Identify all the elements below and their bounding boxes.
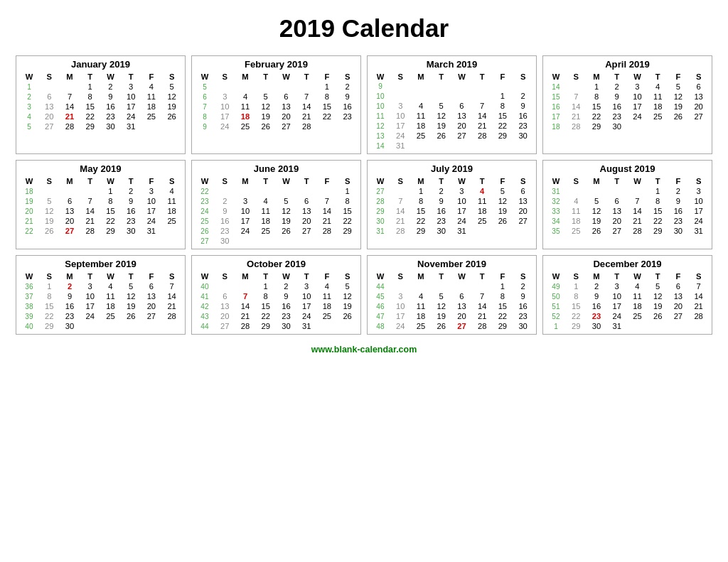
day-header: S <box>215 72 235 82</box>
day-cell: 18 <box>566 216 587 226</box>
week-number: 15 <box>546 92 566 102</box>
day-cell <box>566 186 587 196</box>
day-cell: 13 <box>60 206 80 216</box>
day-header: W <box>370 176 390 186</box>
day-cell: 24 <box>451 216 472 226</box>
day-header: T <box>472 176 493 186</box>
week-number: 5 <box>195 82 215 92</box>
day-cell: 5 <box>337 281 358 291</box>
day-header: S <box>688 176 709 186</box>
day-cell: 27 <box>60 226 80 236</box>
day-cell: 25 <box>100 311 121 321</box>
day-cell: 12 <box>121 291 141 301</box>
week-number: 9 <box>370 82 390 91</box>
day-cell: 14 <box>80 206 100 216</box>
day-cell: 18 <box>141 102 162 112</box>
day-cell: 8 <box>493 101 513 111</box>
day-header: S <box>39 176 60 186</box>
day-cell <box>235 186 256 196</box>
week-number: 45 <box>370 291 390 301</box>
week-number: 29 <box>370 206 390 216</box>
day-cell: 17 <box>235 216 256 226</box>
month-title: May 2019 <box>19 163 182 174</box>
day-cell: 12 <box>431 301 451 311</box>
day-cell: 11 <box>317 291 338 301</box>
day-cell: 20 <box>513 206 533 216</box>
day-cell: 19 <box>276 216 296 226</box>
day-cell: 27 <box>215 321 235 331</box>
day-cell: 31 <box>390 141 411 151</box>
day-cell: 20 <box>668 301 689 311</box>
day-cell: 15 <box>493 301 513 311</box>
day-cell: 8 <box>317 92 338 102</box>
month-title: January 2019 <box>19 59 182 70</box>
day-cell: 6 <box>141 281 162 291</box>
day-cell: 22 <box>255 311 276 321</box>
day-cell: 14 <box>627 206 648 216</box>
day-cell: 16 <box>606 102 627 112</box>
day-header: F <box>317 176 338 186</box>
day-header: W <box>451 176 472 186</box>
day-cell: 17 <box>627 102 648 112</box>
day-cell: 7 <box>235 291 256 301</box>
day-cell: 21 <box>472 121 493 131</box>
day-cell: 1 <box>411 186 432 196</box>
day-header: F <box>141 72 162 82</box>
day-cell: 27 <box>276 121 296 131</box>
month-block: February 2019WSMTWTFS5126345678971011121… <box>191 55 361 154</box>
day-cell: 29 <box>411 226 432 236</box>
day-cell: 12 <box>587 206 607 216</box>
day-cell: 7 <box>472 291 493 301</box>
day-cell <box>337 236 358 246</box>
day-cell: 28 <box>161 311 182 321</box>
day-cell: 9 <box>513 101 533 111</box>
week-number: 17 <box>546 112 566 121</box>
day-cell: 22 <box>566 311 587 321</box>
week-number: 42 <box>195 301 215 311</box>
day-header: W <box>100 271 121 281</box>
day-cell: 3 <box>235 196 256 206</box>
day-cell: 28 <box>566 121 587 131</box>
day-cell: 27 <box>451 321 472 331</box>
day-cell: 3 <box>296 281 317 291</box>
week-number: 51 <box>546 301 566 311</box>
month-title: March 2019 <box>370 59 533 70</box>
day-cell: 15 <box>648 206 668 216</box>
day-cell: 16 <box>337 102 358 112</box>
day-cell: 2 <box>100 82 121 92</box>
month-block: June 2019WSMTWTFS22123234567824910111213… <box>191 160 361 249</box>
day-cell: 6 <box>606 196 627 206</box>
day-cell: 8 <box>39 291 60 301</box>
day-cell: 24 <box>606 311 627 321</box>
day-cell <box>451 82 472 91</box>
day-cell: 17 <box>390 311 411 321</box>
month-block: January 2019WSMTWTFS11234526789101112313… <box>16 55 186 154</box>
day-cell: 20 <box>60 216 80 226</box>
week-number: 13 <box>370 131 390 141</box>
month-block: July 2019WSMTWTFS27123456287891011121329… <box>367 160 537 249</box>
day-cell: 13 <box>513 196 533 206</box>
day-cell: 26 <box>121 311 141 321</box>
day-cell: 14 <box>317 206 338 216</box>
week-number: 18 <box>546 121 566 131</box>
day-header: F <box>141 271 162 281</box>
day-cell: 30 <box>587 321 607 331</box>
day-cell: 10 <box>390 301 411 311</box>
day-cell: 31 <box>141 226 162 236</box>
day-header: T <box>255 176 276 186</box>
week-number: 1 <box>19 82 39 92</box>
day-cell: 16 <box>587 301 607 311</box>
day-cell: 9 <box>668 196 689 206</box>
week-number: 38 <box>19 301 39 311</box>
day-cell: 12 <box>431 111 451 121</box>
day-cell: 4 <box>100 281 121 291</box>
day-cell: 21 <box>627 216 648 226</box>
day-cell: 9 <box>121 196 141 206</box>
day-cell: 19 <box>648 301 668 311</box>
day-cell <box>255 236 276 246</box>
day-cell: 30 <box>513 131 533 141</box>
week-number: 19 <box>19 196 39 206</box>
day-cell <box>648 321 668 331</box>
day-cell <box>317 236 338 246</box>
month-title: September 2019 <box>19 259 182 269</box>
